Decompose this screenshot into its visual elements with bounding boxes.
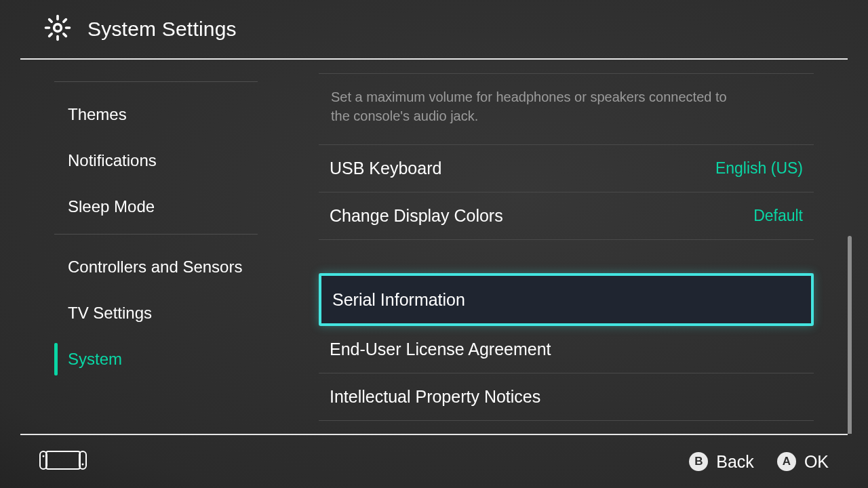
sidebar-divider [54, 234, 258, 240]
row-ip-notices[interactable]: Intellectual Property Notices [319, 373, 814, 421]
sidebar-item-sleep-mode[interactable]: Sleep Mode [0, 184, 278, 230]
sidebar-item-tv-settings[interactable]: TV Settings [0, 290, 278, 336]
sidebar-item-label: Notifications [68, 151, 157, 170]
b-button-icon: B [689, 452, 708, 471]
back-label: Back [716, 452, 754, 472]
sidebar-item-controllers[interactable]: Controllers and Sensors [0, 244, 278, 290]
sidebar-divider [54, 81, 258, 87]
row-serial-information[interactable]: Serial Information [319, 273, 814, 326]
ok-button-hint[interactable]: A OK [777, 452, 829, 472]
a-button-icon: A [777, 452, 796, 471]
svg-point-13 [82, 464, 84, 466]
gear-icon [44, 14, 71, 44]
ok-label: OK [804, 452, 829, 472]
scrollbar[interactable] [848, 236, 852, 434]
row-label: Serial Information [332, 290, 465, 310]
page-title: System Settings [87, 18, 237, 41]
sidebar-item-label: TV Settings [68, 304, 152, 323]
row-label: End-User License Agreement [330, 340, 551, 359]
row-value: Default [753, 207, 803, 225]
back-button-hint[interactable]: B Back [689, 452, 754, 472]
sidebar-item-label: Sleep Mode [68, 197, 155, 216]
svg-point-0 [54, 24, 62, 32]
sidebar-item-themes[interactable]: Themes [0, 92, 278, 138]
row-usb-keyboard[interactable]: USB Keyboard English (US) [319, 145, 814, 192]
header: System Settings [0, 0, 868, 58]
row-change-display-colors[interactable]: Change Display Colors Default [319, 192, 814, 240]
row-label: USB Keyboard [330, 159, 441, 178]
section-gap [319, 240, 814, 274]
sidebar-item-notifications[interactable]: Notifications [0, 138, 278, 184]
sidebar-item-system[interactable]: System [0, 336, 278, 382]
row-label: Change Display Colors [330, 206, 503, 226]
svg-point-12 [43, 455, 45, 458]
sidebar-item-label: System [68, 350, 122, 369]
row-peek[interactable]: Wireless Trials [319, 421, 814, 429]
row-label: Intellectual Property Notices [330, 387, 540, 407]
sidebar-item-label: Themes [68, 105, 127, 124]
sidebar-item-label: Controllers and Sensors [68, 258, 242, 277]
row-eula[interactable]: End-User License Agreement [319, 326, 814, 373]
sidebar: Themes Notifications Sleep Mode Controll… [0, 60, 278, 434]
console-icon [39, 450, 87, 473]
svg-line-6 [64, 34, 66, 37]
main-panel: Set a maximum volume for headphones or s… [278, 60, 854, 434]
svg-line-7 [50, 34, 52, 37]
setting-description: Set a maximum volume for headphones or s… [319, 73, 814, 145]
svg-line-5 [50, 20, 52, 22]
footer: B Back A OK [0, 435, 868, 488]
row-value: English (US) [715, 159, 803, 178]
svg-line-8 [64, 20, 66, 22]
svg-rect-9 [46, 451, 80, 469]
